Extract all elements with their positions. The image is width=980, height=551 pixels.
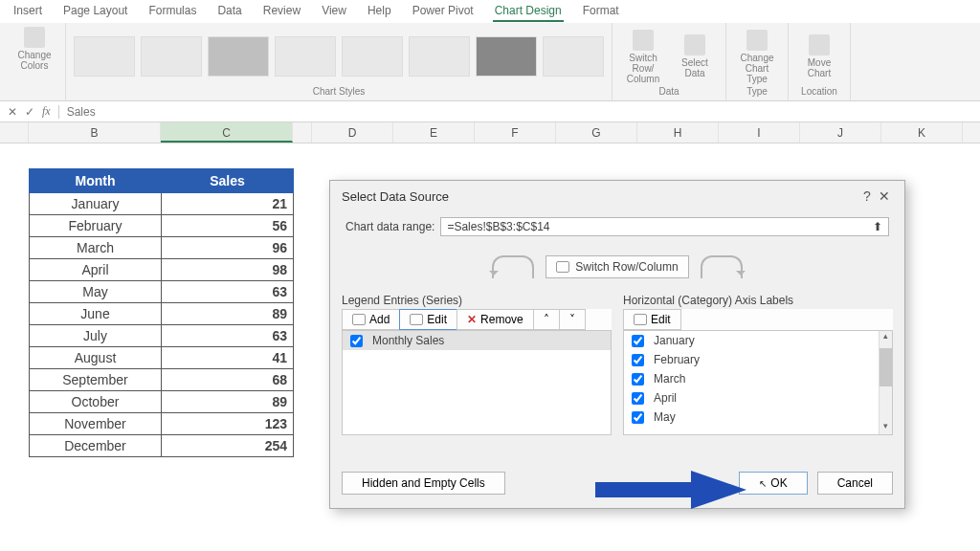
formula-value[interactable]: Sales (67, 105, 96, 119)
col-b[interactable]: B (29, 122, 161, 143)
cell-sales[interactable]: 89 (162, 391, 294, 413)
series-add-button[interactable]: Add (342, 309, 399, 330)
chart-style-7[interactable] (476, 36, 537, 77)
move-chart-button[interactable]: Move Chart (796, 34, 842, 78)
series-down-button[interactable]: ˅ (559, 309, 586, 330)
tab-data[interactable]: Data (215, 1, 243, 22)
table-row[interactable]: August41 (30, 347, 294, 369)
header-month[interactable]: Month (30, 169, 162, 193)
table-row[interactable]: October89 (30, 391, 294, 413)
tab-review[interactable]: Review (261, 1, 302, 22)
chart-style-2[interactable] (141, 36, 202, 77)
col-sel-all[interactable] (0, 122, 29, 143)
table-row[interactable]: March96 (30, 237, 294, 259)
scrollbar[interactable]: ▴ ▾ (879, 331, 892, 434)
category-item[interactable]: March (624, 369, 892, 388)
ok-button[interactable]: ↖OK (739, 472, 807, 495)
category-checkbox[interactable] (632, 392, 644, 405)
chart-style-8[interactable] (543, 36, 604, 77)
chart-style-4[interactable] (275, 36, 336, 77)
change-colors-button[interactable]: Change Colors (11, 27, 57, 71)
series-edit-button[interactable]: Edit (399, 309, 457, 330)
cell-sales[interactable]: 89 (162, 303, 294, 325)
col-f[interactable]: F (475, 122, 556, 143)
series-up-button[interactable]: ˄ (533, 309, 559, 330)
cell-month[interactable]: June (30, 303, 162, 325)
select-data-button[interactable]: Select Data (672, 34, 718, 78)
table-row[interactable]: May63 (30, 281, 294, 303)
col-c[interactable]: C (161, 122, 293, 143)
fx-icon[interactable]: fx (42, 104, 51, 119)
help-icon[interactable]: ? (858, 188, 876, 204)
scroll-down-icon[interactable]: ▾ (880, 421, 892, 434)
col-i[interactable]: I (719, 122, 800, 143)
category-checkbox[interactable] (632, 373, 644, 386)
col-g[interactable]: G (556, 122, 637, 143)
close-icon[interactable]: ✕ (876, 188, 893, 204)
col-e[interactable]: E (393, 122, 475, 143)
table-row[interactable]: September68 (30, 369, 294, 391)
cell-sales[interactable]: 123 (162, 413, 294, 435)
cancel-button[interactable]: Cancel (817, 472, 893, 495)
table-row[interactable]: January21 (30, 193, 294, 215)
change-chart-type-button[interactable]: Change Chart Type (734, 30, 780, 84)
cell-sales[interactable]: 68 (162, 369, 294, 391)
range-picker-icon[interactable]: ⬆ (873, 220, 882, 233)
category-checkbox[interactable] (632, 411, 644, 424)
cell-month[interactable]: August (30, 347, 162, 369)
chart-style-5[interactable] (342, 36, 403, 77)
header-sales[interactable]: Sales (162, 169, 294, 193)
tab-help[interactable]: Help (366, 1, 393, 22)
col-j[interactable]: J (800, 122, 881, 143)
table-row[interactable]: December254 (30, 435, 294, 457)
cell-sales[interactable]: 254 (162, 435, 294, 457)
cell-sales[interactable]: 56 (162, 215, 294, 237)
cell-month[interactable]: April (30, 259, 162, 281)
table-row[interactable]: November123 (30, 413, 294, 435)
cell-month[interactable]: October (30, 391, 162, 413)
tab-view[interactable]: View (320, 1, 348, 22)
table-row[interactable]: June89 (30, 303, 294, 325)
cell-sales[interactable]: 96 (162, 237, 294, 259)
series-list[interactable]: Monthly Sales (342, 330, 612, 435)
category-item[interactable]: January (624, 331, 892, 350)
cell-sales[interactable]: 41 (162, 347, 294, 369)
category-item[interactable]: April (624, 388, 892, 408)
col-d[interactable]: D (312, 122, 393, 143)
scroll-up-icon[interactable]: ▴ (880, 331, 892, 344)
hidden-empty-cells-button[interactable]: Hidden and Empty Cells (342, 472, 505, 495)
switch-row-column-button[interactable]: Switch Row/ Column (620, 30, 666, 84)
cell-month[interactable]: May (30, 281, 162, 303)
chart-style-3[interactable] (208, 36, 269, 77)
chart-data-range-input[interactable]: =Sales!$B$3:$C$14 ⬆ (440, 217, 889, 236)
cell-month[interactable]: July (30, 325, 162, 347)
table-row[interactable]: July63 (30, 325, 294, 347)
confirm-icon[interactable]: ✓ (25, 105, 34, 119)
cell-month[interactable]: March (30, 237, 162, 259)
tab-formulas[interactable]: Formulas (146, 1, 198, 22)
switch-row-column-dialog-button[interactable]: Switch Row/Column (546, 255, 688, 278)
tab-chart-design[interactable]: Chart Design (493, 1, 564, 22)
tab-page-layout[interactable]: Page Layout (61, 1, 129, 22)
cell-sales[interactable]: 63 (162, 325, 294, 347)
cell-sales[interactable]: 63 (162, 281, 294, 303)
cell-month[interactable]: September (30, 369, 162, 391)
cell-month[interactable]: February (30, 215, 162, 237)
tab-insert[interactable]: Insert (11, 1, 44, 22)
table-row[interactable]: April98 (30, 259, 294, 281)
scroll-thumb[interactable] (880, 348, 892, 386)
category-list[interactable]: JanuaryFebruaryMarchAprilMay ▴ ▾ (623, 330, 893, 435)
col-k[interactable]: K (881, 122, 963, 143)
category-item[interactable]: May (624, 408, 892, 427)
cell-month[interactable]: December (30, 435, 162, 457)
category-item[interactable]: February (624, 350, 892, 369)
category-checkbox[interactable] (632, 335, 644, 347)
table-row[interactable]: February56 (30, 215, 294, 237)
chart-style-1[interactable] (74, 36, 135, 77)
cancel-icon[interactable]: ✕ (8, 105, 17, 119)
series-item[interactable]: Monthly Sales (343, 331, 611, 350)
series-checkbox[interactable] (350, 335, 363, 347)
tab-power-pivot[interactable]: Power Pivot (411, 1, 476, 22)
chart-style-6[interactable] (409, 36, 470, 77)
cell-month[interactable]: November (30, 413, 162, 435)
